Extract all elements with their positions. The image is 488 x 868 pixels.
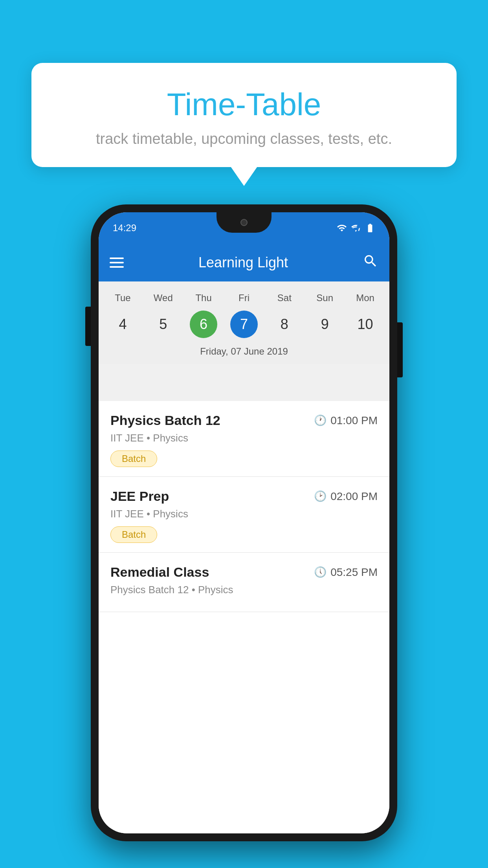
phone-screen: 14:29 Learning Light [99, 212, 389, 833]
signal-icon [351, 223, 361, 233]
item-3-title: Remedial Class [110, 565, 209, 580]
schedule-item-1[interactable]: Physics Batch 12 🕐 01:00 PM IIT JEE • Ph… [99, 401, 389, 477]
item-3-time-text: 05:25 PM [330, 566, 378, 579]
day-sat: Sat [264, 289, 305, 307]
tooltip-subtitle: track timetable, upcoming classes, tests… [55, 131, 433, 147]
app-title: Learning Light [133, 254, 353, 271]
item-2-title: JEE Prep [110, 489, 169, 504]
item-3-header: Remedial Class 🕔 05:25 PM [110, 565, 378, 580]
item-2-time: 🕑 02:00 PM [314, 490, 378, 503]
camera [240, 219, 248, 226]
date-8[interactable]: 8 [271, 311, 298, 338]
item-2-header: JEE Prep 🕑 02:00 PM [110, 489, 378, 504]
wifi-icon [337, 223, 347, 233]
search-button[interactable] [363, 253, 378, 272]
schedule-list: Physics Batch 12 🕐 01:00 PM IIT JEE • Ph… [99, 401, 389, 833]
notch [216, 212, 272, 233]
item-1-badge: Batch [110, 451, 157, 467]
item-1-header: Physics Batch 12 🕐 01:00 PM [110, 413, 378, 428]
day-headers: Tue Wed Thu Fri Sat Sun Mon [103, 289, 385, 307]
day-sun: Sun [305, 289, 345, 307]
day-numbers: 4 5 6 7 8 9 10 [103, 311, 385, 338]
date-10[interactable]: 10 [352, 311, 379, 338]
schedule-item-3[interactable]: Remedial Class 🕔 05:25 PM Physics Batch … [99, 553, 389, 612]
date-4[interactable]: 4 [109, 311, 136, 338]
tooltip-title: Time-Table [55, 86, 433, 123]
day-mon: Mon [345, 289, 385, 307]
clock-icon-2: 🕑 [314, 490, 327, 502]
item-1-time-text: 01:00 PM [330, 414, 378, 427]
phone-outer: 14:29 Learning Light [91, 204, 397, 841]
status-time: 14:29 [113, 223, 136, 234]
date-9[interactable]: 9 [311, 311, 339, 338]
item-1-time: 🕐 01:00 PM [314, 414, 378, 427]
menu-button[interactable] [110, 257, 124, 268]
item-3-subtitle: Physics Batch 12 • Physics [110, 584, 378, 596]
day-thu: Thu [183, 289, 224, 307]
status-icons [337, 223, 375, 233]
clock-icon-1: 🕐 [314, 414, 327, 427]
date-6-today[interactable]: 6 [190, 311, 217, 338]
clock-icon-3: 🕔 [314, 566, 327, 578]
item-3-time: 🕔 05:25 PM [314, 566, 378, 579]
selected-date: Friday, 07 June 2019 [103, 342, 385, 364]
item-1-title: Physics Batch 12 [110, 413, 220, 428]
item-1-subtitle: IIT JEE • Physics [110, 432, 378, 444]
day-fri: Fri [224, 289, 264, 307]
item-2-time-text: 02:00 PM [330, 490, 378, 503]
battery-icon [365, 223, 375, 233]
status-bar: 14:29 [99, 212, 389, 244]
app-bar: Learning Light [99, 244, 389, 281]
tooltip-card: Time-Table track timetable, upcoming cla… [31, 63, 457, 167]
phone-mockup: 14:29 Learning Light [91, 204, 397, 841]
date-7-selected[interactable]: 7 [230, 311, 258, 338]
schedule-item-2[interactable]: JEE Prep 🕑 02:00 PM IIT JEE • Physics Ba… [99, 477, 389, 553]
item-2-subtitle: IIT JEE • Physics [110, 508, 378, 520]
item-2-badge: Batch [110, 526, 157, 543]
calendar: Tue Wed Thu Fri Sat Sun Mon 4 5 6 7 8 9 … [99, 281, 389, 364]
date-5[interactable]: 5 [149, 311, 177, 338]
day-wed: Wed [143, 289, 183, 307]
day-tue: Tue [103, 289, 143, 307]
